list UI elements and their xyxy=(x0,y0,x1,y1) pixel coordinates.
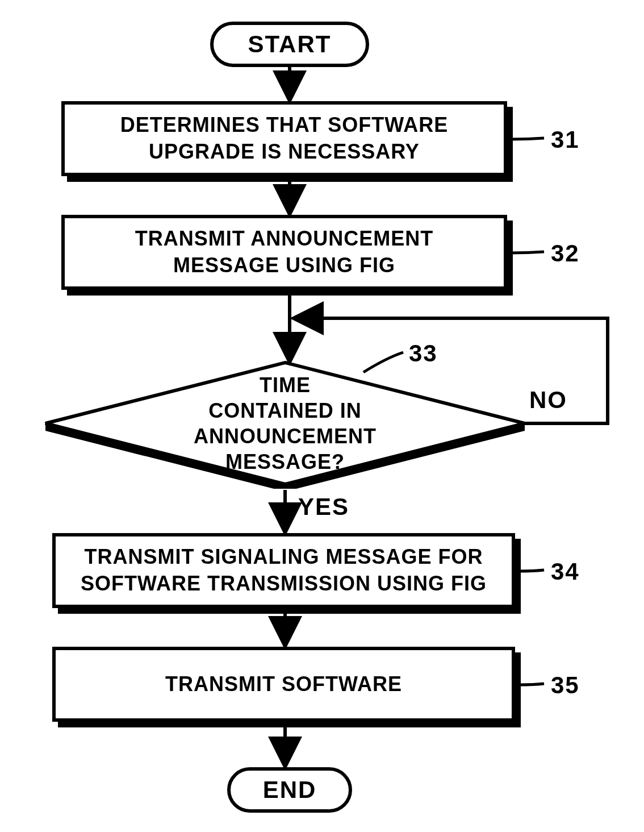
label-32: 32 xyxy=(551,240,580,267)
process-31-text: DETERMINES THAT SOFTWARE UPGRADE IS NECE… xyxy=(120,112,448,165)
label-33: 33 xyxy=(409,340,438,367)
start-label: START xyxy=(248,31,332,58)
end-label: END xyxy=(263,776,317,804)
leader-31 xyxy=(511,138,544,139)
process-35-text: TRANSMIT SOFTWARE xyxy=(165,671,402,698)
flowchart-container: START DETERMINES THAT SOFTWARE UPGRADE I… xyxy=(0,0,644,832)
label-34: 34 xyxy=(551,558,580,585)
process-34-text: TRANSMIT SIGNALING MESSAGE FOR SOFTWARE … xyxy=(81,544,487,597)
process-32: TRANSMIT ANNOUNCEMENT MESSAGE USING FIG xyxy=(61,215,507,290)
label-no: NO xyxy=(529,386,567,414)
decision-33-text: TIME CONTAINED IN ANNOUNCEMENT MESSAGE? xyxy=(163,372,407,475)
leader-35 xyxy=(519,684,544,685)
process-35: TRANSMIT SOFTWARE xyxy=(52,647,515,722)
process-31: DETERMINES THAT SOFTWARE UPGRADE IS NECE… xyxy=(61,101,507,176)
process-32-text: TRANSMIT ANNOUNCEMENT MESSAGE USING FIG xyxy=(135,226,434,279)
label-31: 31 xyxy=(551,126,580,153)
label-35: 35 xyxy=(551,672,580,699)
label-yes: YES xyxy=(298,493,349,521)
leader-32 xyxy=(511,252,544,253)
process-34: TRANSMIT SIGNALING MESSAGE FOR SOFTWARE … xyxy=(52,533,515,608)
start-terminal: START xyxy=(210,22,369,67)
end-terminal: END xyxy=(227,767,352,813)
leader-34 xyxy=(519,570,544,571)
decision-33: TIME CONTAINED IN ANNOUNCEMENT MESSAGE? xyxy=(41,358,529,489)
